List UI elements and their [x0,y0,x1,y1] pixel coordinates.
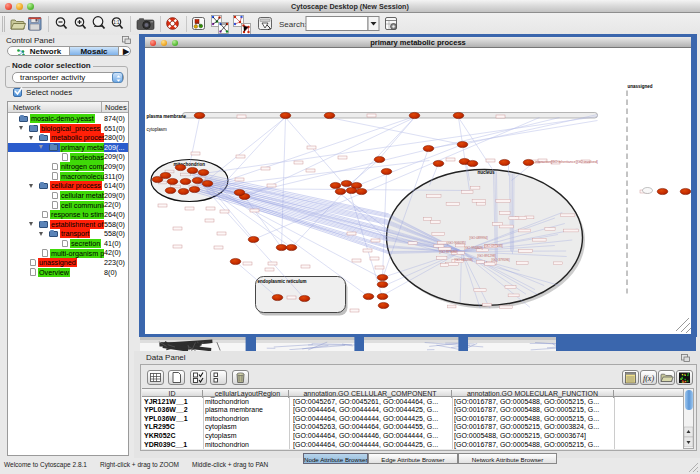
svg-text:[GO:060298]: [GO:060298] [455,258,473,262]
svg-text:endoplasmic reticulum: endoplasmic reticulum [258,279,307,284]
svg-text:1:1: 1:1 [113,20,120,25]
svg-text:nucleus: nucleus [478,170,496,175]
svg-text:[GO:877084]: [GO:877084] [440,250,458,254]
svg-text:interaction[GO:inheritance][GO: interaction[GO:inheritance][GO:involved] [535,160,598,164]
svg-text:cytoplasm: cytoplasm [147,127,168,132]
svg-text:[GO:379596]: [GO:379596] [492,258,510,262]
svg-text:[GO:906035]: [GO:906035] [448,241,466,245]
svg-text:f(x): f(x) [643,374,654,383]
svg-text:[GO:089994]: [GO:089994] [470,236,488,240]
svg-text:unassigned: unassigned [628,84,653,89]
svg-text:Search:: Search: [279,20,307,29]
svg-text:[GO:994869]: [GO:994869] [465,246,483,250]
svg-text:plasma membrane: plasma membrane [147,114,187,119]
svg-text:[GO:097033]: [GO:097033] [485,244,503,248]
